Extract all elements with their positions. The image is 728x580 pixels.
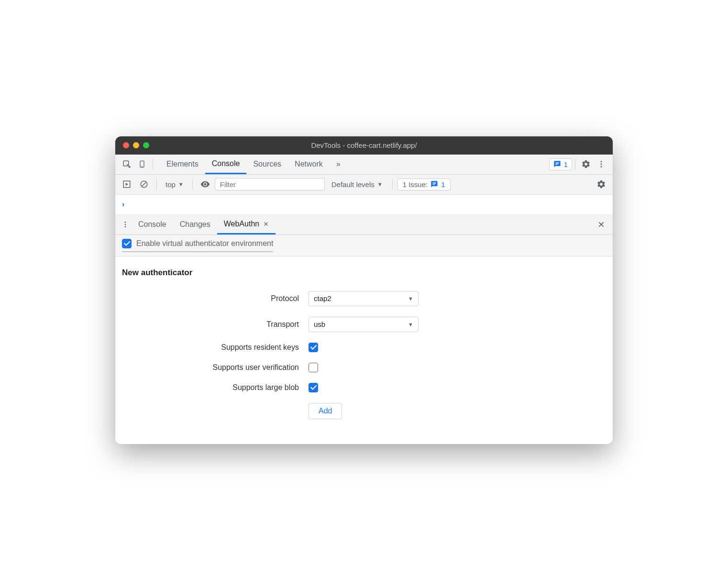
titlebar: DevTools - coffee-cart.netlify.app/ <box>115 136 613 155</box>
issues-badge[interactable]: 1 <box>549 158 572 170</box>
issues-label: 1 Issue: <box>403 180 428 189</box>
log-levels-select[interactable]: Default levels ▼ <box>327 180 387 189</box>
divider <box>156 179 157 190</box>
issues-counter[interactable]: 1 Issue: 1 <box>397 178 451 190</box>
more-icon[interactable] <box>594 156 609 172</box>
transport-value: usb <box>314 320 325 328</box>
svg-point-3 <box>601 161 602 162</box>
inspect-element-icon[interactable] <box>119 156 134 172</box>
live-expression-icon[interactable] <box>198 177 213 192</box>
divider <box>575 159 575 169</box>
window-close-button[interactable] <box>123 142 129 148</box>
console-prompt-icon: › <box>122 200 124 209</box>
message-icon <box>553 160 561 168</box>
issues-count: 1 <box>564 160 568 168</box>
window-maximize-button[interactable] <box>143 142 149 148</box>
protocol-label: Protocol <box>122 294 309 303</box>
resident-keys-row: Supports resident keys <box>122 343 606 352</box>
tab-network[interactable]: Network <box>288 154 330 174</box>
drawer-tabs: Console Changes WebAuthn <box>115 215 613 235</box>
main-tabs: Elements Console Sources Network » <box>160 154 347 174</box>
add-row: Add <box>122 403 606 419</box>
user-verification-label: Supports user verification <box>122 363 309 372</box>
large-blob-row: Supports large blob <box>122 383 606 392</box>
divider <box>153 159 153 169</box>
svg-point-12 <box>125 226 126 227</box>
chevron-down-icon: ▼ <box>408 322 413 327</box>
enable-virtual-authenticator-checkbox[interactable] <box>122 239 132 248</box>
drawer-tab-changes[interactable]: Changes <box>173 214 217 234</box>
add-button[interactable]: Add <box>309 403 342 419</box>
user-verification-row: Supports user verification <box>122 363 606 372</box>
user-verification-checkbox[interactable] <box>309 363 318 372</box>
main-toolbar: Elements Console Sources Network » 1 <box>115 155 613 175</box>
close-drawer-icon[interactable] <box>594 217 609 232</box>
tab-sources[interactable]: Sources <box>246 154 288 174</box>
tabs-overflow[interactable]: » <box>330 154 347 174</box>
resident-keys-label: Supports resident keys <box>122 343 309 352</box>
svg-point-10 <box>125 222 126 223</box>
transport-select[interactable]: usb ▼ <box>309 317 419 332</box>
devtools-window: DevTools - coffee-cart.netlify.app/ Elem… <box>115 136 613 444</box>
protocol-select[interactable]: ctap2 ▼ <box>309 291 419 306</box>
tab-console[interactable]: Console <box>205 154 247 174</box>
divider <box>192 179 193 190</box>
settings-icon[interactable] <box>578 156 594 172</box>
svg-line-9 <box>142 182 146 187</box>
webauthn-panel: New authenticator Protocol ctap2 ▼ Trans… <box>115 257 613 444</box>
svg-marker-7 <box>126 183 128 186</box>
resident-keys-checkbox[interactable] <box>309 343 318 352</box>
chevron-down-icon: ▼ <box>408 296 413 301</box>
window-title: DevTools - coffee-cart.netlify.app/ <box>115 141 613 149</box>
device-toolbar-icon[interactable] <box>134 156 150 172</box>
section-title: New authenticator <box>122 268 606 278</box>
protocol-row: Protocol ctap2 ▼ <box>122 291 606 306</box>
svg-point-11 <box>125 224 126 225</box>
console-body[interactable]: › <box>115 195 613 215</box>
chevron-down-icon: ▼ <box>178 181 184 187</box>
large-blob-checkbox[interactable] <box>309 383 318 392</box>
drawer-tab-webauthn[interactable]: WebAuthn <box>217 214 276 234</box>
issues-count: 1 <box>441 180 445 189</box>
protocol-value: ctap2 <box>314 294 331 302</box>
drawer-tab-console[interactable]: Console <box>132 214 173 234</box>
enable-bar: Enable virtual authenticator environment <box>115 235 613 257</box>
enable-label: Enable virtual authenticator environment <box>136 239 273 248</box>
chevron-down-icon: ▼ <box>377 181 383 187</box>
close-tab-icon[interactable] <box>263 221 269 227</box>
large-blob-label: Supports large blob <box>122 383 309 392</box>
console-settings-icon[interactable] <box>594 177 609 192</box>
traffic-lights <box>123 142 149 148</box>
execution-context-select[interactable]: top ▼ <box>162 180 188 189</box>
context-label: top <box>165 180 176 189</box>
tab-elements[interactable]: Elements <box>160 154 205 174</box>
clear-console-icon[interactable] <box>136 177 152 192</box>
message-icon <box>430 180 438 188</box>
toggle-sidebar-icon[interactable] <box>119 177 134 192</box>
filter-input[interactable] <box>215 178 325 190</box>
console-toolbar: top ▼ Default levels ▼ 1 Issue: 1 <box>115 175 613 195</box>
levels-label: Default levels <box>331 180 375 189</box>
svg-point-5 <box>601 166 602 167</box>
transport-row: Transport usb ▼ <box>122 317 606 332</box>
svg-point-4 <box>601 164 602 165</box>
transport-label: Transport <box>122 320 309 329</box>
drawer-more-icon[interactable] <box>119 217 132 232</box>
drawer-tab-label: WebAuthn <box>224 220 259 228</box>
divider <box>392 179 393 190</box>
window-minimize-button[interactable] <box>133 142 139 148</box>
